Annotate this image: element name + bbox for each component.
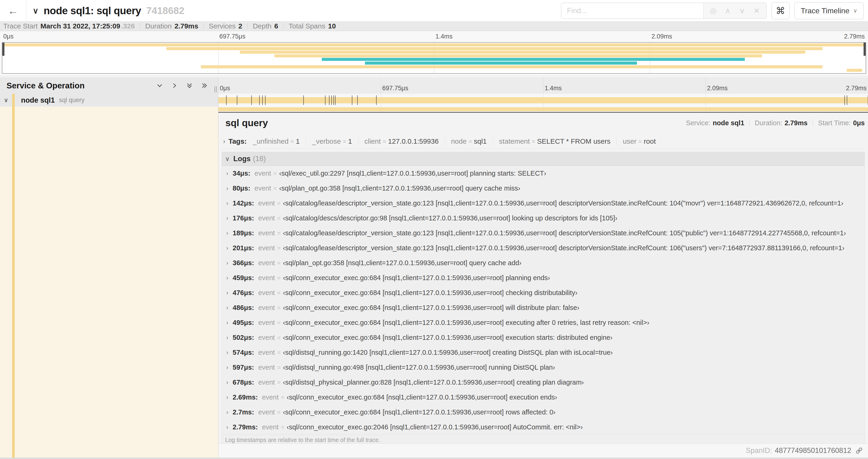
- chevron-down-icon[interactable]: ∨: [225, 155, 229, 163]
- log-field: event: [258, 408, 275, 416]
- tag-item: _verbose=1: [312, 137, 352, 145]
- minimap-span-bar: [201, 65, 823, 68]
- chevron-right-icon[interactable]: ›: [222, 230, 232, 236]
- chevron-right-icon[interactable]: ›: [222, 394, 232, 401]
- trace-collapser-icon[interactable]: ∨: [33, 6, 38, 15]
- log-entry-row[interactable]: ›2.69ms:event=‹sql/conn_executor_exec.go…: [222, 390, 865, 405]
- back-arrow-icon: ←: [8, 4, 19, 17]
- chevron-right-icon[interactable]: ›: [222, 424, 232, 431]
- log-entry-row[interactable]: ›80μs:event=‹sql/plan_opt.go:358 [nsql1,…: [222, 181, 865, 196]
- find-prev-icon[interactable]: ∧: [720, 6, 735, 15]
- log-entry-row[interactable]: ›476μs:event=‹sql/conn_executor_exec.go:…: [222, 285, 865, 300]
- log-event-tick: [352, 95, 352, 105]
- log-entry-row[interactable]: ›597μs:event=‹sql/distsql_running.go:498…: [222, 360, 865, 375]
- logs-count: (18): [253, 155, 266, 163]
- span-bar-row-sql-query[interactable]: [218, 94, 868, 107]
- log-timestamp: 502μs:: [232, 334, 254, 341]
- log-timestamp: 495μs:: [232, 319, 254, 327]
- log-event-tick: [331, 95, 332, 105]
- expand-one-icon[interactable]: [171, 82, 178, 89]
- service-operation-header: Service & Operation: [0, 77, 218, 94]
- find-next-icon[interactable]: ∨: [735, 6, 749, 15]
- minimap-right-drag-handle[interactable]: [864, 43, 866, 56]
- view-selector-button[interactable]: Trace Timeline ∨: [794, 2, 864, 19]
- log-event-tick: [251, 95, 252, 105]
- divider: [306, 137, 306, 145]
- log-entry-row[interactable]: ›459μs:event=‹sql/conn_executor_exec.go:…: [222, 270, 865, 285]
- chevron-right-icon[interactable]: ›: [222, 170, 232, 177]
- chevron-right-icon[interactable]: ›: [222, 334, 232, 341]
- log-timestamp: 176μs:: [232, 214, 254, 222]
- minimap-ruler: 0μs697.75μs1.4ms2.09ms2.79ms: [2, 33, 866, 42]
- chevron-right-icon[interactable]: ›: [222, 409, 232, 416]
- log-entry-row[interactable]: ›574μs:event=‹sql/distsql_running.go:142…: [222, 345, 865, 360]
- log-entry-row[interactable]: ›201μs:event=‹sql/catalog/lease/descript…: [222, 240, 865, 255]
- log-entry-row[interactable]: ›678μs:event=‹sql/distsql_physical_plann…: [222, 375, 865, 390]
- log-field: event: [258, 379, 275, 386]
- chevron-right-icon[interactable]: ›: [222, 245, 232, 252]
- chevron-right-icon[interactable]: ›: [222, 349, 232, 356]
- log-event-tick: [329, 95, 330, 105]
- log-entry-row[interactable]: ›2.7ms:event=‹sql/conn_executor_exec.go:…: [222, 405, 865, 420]
- minimap-span-bar: [322, 58, 745, 61]
- collapse-all-icon[interactable]: [186, 82, 193, 89]
- service-operation-title: Service & Operation: [6, 81, 85, 90]
- chevron-right-icon[interactable]: ›: [222, 260, 232, 266]
- chevron-right-icon[interactable]: ›: [222, 379, 232, 386]
- tags-section-toggle[interactable]: › Tags: _unfinished=1_verbose=1client=12…: [222, 134, 865, 149]
- chevron-down-icon[interactable]: ∨: [0, 97, 12, 104]
- meta-value: 2.79ms: [784, 119, 807, 127]
- log-timestamp: 2.69ms:: [232, 393, 258, 401]
- logs-section-toggle[interactable]: ∨ Logs (18): [222, 152, 865, 166]
- log-entry-row[interactable]: ›176μs:event=‹sql/catalog/descs/descript…: [222, 210, 865, 226]
- locate-span-icon[interactable]: ◎: [706, 6, 720, 15]
- chevron-right-icon[interactable]: ›: [222, 200, 232, 207]
- log-value: ‹sql/conn_executor_exec.go:684 [nsql1,cl…: [283, 274, 550, 282]
- log-entry-row[interactable]: ›189μs:event=‹sql/catalog/lease/descript…: [222, 226, 865, 240]
- chevron-right-icon[interactable]: ›: [222, 185, 232, 192]
- log-entry-row[interactable]: ›2.79ms:event=‹sql/conn_executor_exec.go…: [222, 420, 865, 434]
- chevron-right-icon[interactable]: ›: [222, 304, 232, 311]
- chevron-right-icon[interactable]: ›: [222, 364, 232, 371]
- log-field: event: [258, 214, 275, 222]
- minimap-canvas[interactable]: [2, 42, 866, 74]
- log-field: event: [258, 304, 275, 312]
- chevron-right-icon[interactable]: ›: [222, 215, 232, 222]
- span-row-node-sql1[interactable]: ∨ node sql1 sql query: [0, 94, 218, 107]
- chevron-right-icon[interactable]: ›: [222, 274, 232, 281]
- keyboard-shortcuts-button[interactable]: ⌘: [771, 2, 789, 19]
- meta-label: Service:: [686, 119, 711, 127]
- collapse-one-icon[interactable]: [156, 82, 163, 89]
- minimap-span-bar: [274, 54, 762, 57]
- span-bar-row-child[interactable]: [218, 107, 868, 112]
- copy-link-icon[interactable]: [855, 447, 863, 455]
- log-entry-row[interactable]: ›142μs:event=‹sql/catalog/lease/descript…: [222, 196, 865, 210]
- divider: [749, 120, 750, 126]
- span-bar[interactable]: [218, 107, 868, 111]
- log-event-tick: [226, 95, 226, 105]
- service-color-stripe: [12, 94, 15, 107]
- chevron-right-icon[interactable]: ›: [222, 319, 232, 326]
- log-timestamp: 574μs:: [232, 349, 254, 356]
- log-entry-row[interactable]: ›366μs:event=‹sql/plan_opt.go:358 [nsql1…: [222, 255, 865, 270]
- chevron-right-icon[interactable]: ›: [223, 138, 225, 145]
- log-value: ‹sql/conn_executor_exec.go:684 [nsql1,cl…: [287, 393, 557, 401]
- span-bar[interactable]: [218, 97, 868, 103]
- log-entry-row[interactable]: ›502μs:event=‹sql/conn_executor_exec.go:…: [222, 330, 865, 345]
- minimap-left-drag-handle[interactable]: [2, 43, 4, 56]
- log-field: event: [258, 319, 275, 327]
- expand-all-icon[interactable]: [201, 82, 208, 89]
- log-entry-row[interactable]: ›486μs:event=‹sql/conn_executor_exec.go:…: [222, 300, 865, 315]
- log-entry-row[interactable]: ›34μs:event=‹sql/exec_util.go:2297 [nsql…: [222, 166, 865, 181]
- column-resizer[interactable]: [214, 86, 217, 92]
- timeline-column: 0μs697.75μs1.4ms2.09ms2.79ms sql query S…: [218, 77, 868, 459]
- log-entry-row[interactable]: ›495μs:event=‹sql/conn_executor_exec.go:…: [222, 315, 865, 330]
- find-input[interactable]: [561, 3, 703, 19]
- back-button[interactable]: ←: [0, 0, 26, 21]
- find-clear-icon[interactable]: ✕: [749, 6, 764, 15]
- minimap-span-bar: [847, 69, 862, 72]
- log-timestamp: 486μs:: [232, 304, 254, 312]
- chevron-right-icon[interactable]: ›: [222, 289, 232, 296]
- minimap-span-bar: [365, 62, 637, 65]
- log-event-tick: [376, 95, 377, 105]
